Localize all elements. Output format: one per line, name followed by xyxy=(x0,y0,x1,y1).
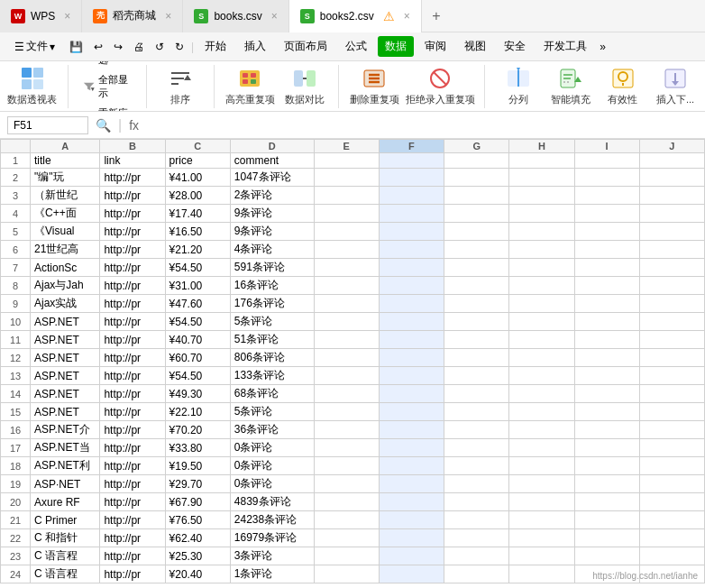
cell-r5-c3[interactable]: 9条评论 xyxy=(230,223,314,241)
row-header-7[interactable]: 7 xyxy=(1,259,31,277)
tab-books-csv-close[interactable]: × xyxy=(271,10,278,23)
cell-r2-c6[interactable] xyxy=(444,169,509,187)
cell-r8-c8[interactable] xyxy=(574,277,639,295)
cell-r1-c6[interactable] xyxy=(444,153,509,169)
cell-r17-c6[interactable] xyxy=(444,439,509,457)
cell-r15-c9[interactable] xyxy=(639,403,704,421)
cell-r11-c8[interactable] xyxy=(574,331,639,349)
menu-formula[interactable]: 公式 xyxy=(338,35,374,58)
cell-r3-c2[interactable]: ¥28.00 xyxy=(165,187,230,205)
cell-r18-c9[interactable] xyxy=(639,457,704,475)
toolbar-icon-print[interactable]: 🖨 xyxy=(130,39,148,55)
cell-r2-c7[interactable] xyxy=(509,169,574,187)
menu-kaishi[interactable]: 开始 xyxy=(197,35,233,58)
cell-r12-c8[interactable] xyxy=(574,349,639,367)
cell-r19-c9[interactable] xyxy=(639,475,704,493)
cell-r23-c5[interactable] xyxy=(379,547,444,565)
cell-r12-c2[interactable]: ¥60.70 xyxy=(165,349,230,367)
cell-r1-c1[interactable]: link xyxy=(100,153,165,169)
row-header-6[interactable]: 6 xyxy=(1,241,31,259)
tab-wps-close[interactable]: × xyxy=(64,10,70,23)
cell-r4-c4[interactable] xyxy=(314,205,379,223)
toolbar-insert-down[interactable]: 插入下... xyxy=(653,62,698,110)
col-header-j[interactable]: J xyxy=(639,140,704,153)
menu-view[interactable]: 视图 xyxy=(457,35,493,58)
cell-r7-c2[interactable]: ¥54.50 xyxy=(165,259,230,277)
cell-r20-c8[interactable] xyxy=(574,493,639,511)
cell-r23-c6[interactable] xyxy=(444,547,509,565)
cell-r19-c6[interactable] xyxy=(444,475,509,493)
cell-r15-c1[interactable]: http://pr xyxy=(100,403,165,421)
cell-r23-c7[interactable] xyxy=(509,547,574,565)
cell-r6-c1[interactable]: http://pr xyxy=(100,241,165,259)
cell-r1-c3[interactable]: comment xyxy=(230,153,314,169)
cell-r4-c1[interactable]: http://pr xyxy=(100,205,165,223)
new-tab-button[interactable]: + xyxy=(422,0,451,32)
cell-r8-c5[interactable] xyxy=(379,277,444,295)
cell-r3-c3[interactable]: 2条评论 xyxy=(230,187,314,205)
cell-r5-c5[interactable] xyxy=(379,223,444,241)
toolbar-icon-save[interactable]: 💾 xyxy=(66,39,87,55)
toolbar-icon-redo[interactable]: ↪ xyxy=(110,39,126,55)
cell-r10-c7[interactable] xyxy=(509,313,574,331)
cell-r12-c6[interactable] xyxy=(444,349,509,367)
cell-r4-c5[interactable] xyxy=(379,205,444,223)
cell-r15-c3[interactable]: 5条评论 xyxy=(230,403,314,421)
row-header-21[interactable]: 21 xyxy=(1,511,31,529)
cell-r19-c1[interactable]: http://pr xyxy=(100,475,165,493)
cell-r11-c1[interactable]: http://pr xyxy=(100,331,165,349)
tab-books2-csv[interactable]: S books2.csv ⚠ × xyxy=(289,0,422,32)
cell-r22-c7[interactable] xyxy=(509,529,574,547)
cell-r5-c0[interactable]: 《Visual xyxy=(31,223,100,241)
cell-r15-c0[interactable]: ASP.NET xyxy=(31,403,100,421)
cell-r22-c8[interactable] xyxy=(574,529,639,547)
cell-r14-c2[interactable]: ¥49.30 xyxy=(165,385,230,403)
cell-r13-c6[interactable] xyxy=(444,367,509,385)
cell-r23-c8[interactable] xyxy=(574,547,639,565)
cell-r18-c0[interactable]: ASP.NET利 xyxy=(31,457,100,475)
cell-r18-c2[interactable]: ¥19.50 xyxy=(165,457,230,475)
cell-r16-c6[interactable] xyxy=(444,421,509,439)
cell-r15-c7[interactable] xyxy=(509,403,574,421)
cell-r16-c9[interactable] xyxy=(639,421,704,439)
cell-r24-c3[interactable]: 1条评论 xyxy=(230,565,314,583)
cell-r13-c5[interactable] xyxy=(379,367,444,385)
col-header-b[interactable]: B xyxy=(100,140,165,153)
cell-ref-input[interactable] xyxy=(7,116,88,134)
cell-r13-c2[interactable]: ¥54.50 xyxy=(165,367,230,385)
cell-r14-c5[interactable] xyxy=(379,385,444,403)
cell-r8-c1[interactable]: http://pr xyxy=(100,277,165,295)
cell-r16-c5[interactable] xyxy=(379,421,444,439)
col-header-i[interactable]: I xyxy=(574,140,639,153)
cell-r9-c9[interactable] xyxy=(639,295,704,313)
cell-r23-c4[interactable] xyxy=(314,547,379,565)
cell-r11-c7[interactable] xyxy=(509,331,574,349)
cell-r4-c8[interactable] xyxy=(574,205,639,223)
cell-r14-c1[interactable]: http://pr xyxy=(100,385,165,403)
row-header-9[interactable]: 9 xyxy=(1,295,31,313)
cell-r1-c4[interactable] xyxy=(314,153,379,169)
cell-r1-c8[interactable] xyxy=(574,153,639,169)
cell-r13-c8[interactable] xyxy=(574,367,639,385)
cell-r1-c5[interactable] xyxy=(379,153,444,169)
cell-r7-c1[interactable]: http://pr xyxy=(100,259,165,277)
cell-r2-c9[interactable] xyxy=(639,169,704,187)
cell-r17-c7[interactable] xyxy=(509,439,574,457)
row-header-19[interactable]: 19 xyxy=(1,475,31,493)
cell-r19-c3[interactable]: 0条评论 xyxy=(230,475,314,493)
cell-r2-c5[interactable] xyxy=(379,169,444,187)
cell-r10-c8[interactable] xyxy=(574,313,639,331)
formula-input[interactable] xyxy=(146,117,698,133)
cell-r16-c1[interactable]: http://pr xyxy=(100,421,165,439)
cell-r21-c6[interactable] xyxy=(444,511,509,529)
cell-r7-c4[interactable] xyxy=(314,259,379,277)
row-header-8[interactable]: 8 xyxy=(1,277,31,295)
cell-r9-c5[interactable] xyxy=(379,295,444,313)
cell-r11-c9[interactable] xyxy=(639,331,704,349)
search-formula-icon[interactable]: 🔍 xyxy=(96,118,111,133)
cell-r4-c6[interactable] xyxy=(444,205,509,223)
cell-r18-c4[interactable] xyxy=(314,457,379,475)
cell-r1-c0[interactable]: title xyxy=(31,153,100,169)
toolbar-reapply[interactable]: 重新应用 xyxy=(79,105,135,113)
cell-r15-c6[interactable] xyxy=(444,403,509,421)
